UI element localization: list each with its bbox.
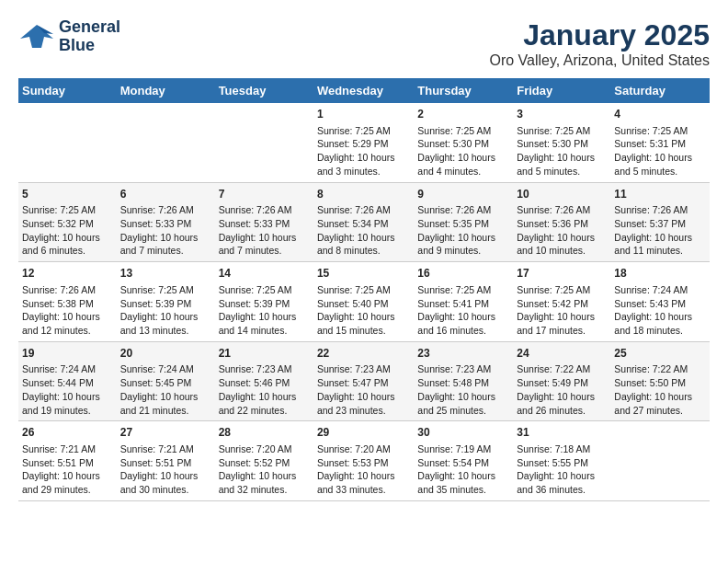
- day-number: 13: [120, 266, 211, 282]
- cell-text: and 32 minutes.: [219, 483, 310, 497]
- cell-text: Sunset: 5:50 PM: [614, 376, 706, 390]
- cell-text: Sunrise: 7:25 AM: [22, 203, 113, 217]
- cell-text: Sunrise: 7:26 AM: [517, 203, 607, 217]
- calendar-cell: 3Sunrise: 7:25 AMSunset: 5:30 PMDaylight…: [513, 103, 610, 182]
- cell-text: Sunrise: 7:24 AM: [22, 362, 113, 376]
- cell-text: Daylight: 10 hours: [219, 231, 310, 245]
- cell-text: Sunset: 5:54 PM: [417, 456, 509, 470]
- calendar-cell: 4Sunrise: 7:25 AMSunset: 5:31 PMDaylight…: [610, 103, 710, 182]
- day-number: 6: [120, 187, 211, 202]
- day-number: 5: [22, 187, 113, 202]
- calendar-cell: 16Sunrise: 7:25 AMSunset: 5:41 PMDayligh…: [414, 262, 513, 342]
- cell-text: Daylight: 10 hours: [120, 310, 211, 324]
- calendar-cell: 6Sunrise: 7:26 AMSunset: 5:33 PMDaylight…: [117, 182, 215, 262]
- day-number: 7: [219, 187, 310, 202]
- calendar-cell: 2Sunrise: 7:25 AMSunset: 5:30 PMDaylight…: [414, 103, 513, 182]
- calendar-cell: 31Sunrise: 7:18 AMSunset: 5:55 PMDayligh…: [513, 421, 610, 501]
- cell-text: Sunset: 5:44 PM: [22, 376, 113, 390]
- cell-text: Daylight: 10 hours: [317, 310, 410, 324]
- cell-text: Sunset: 5:40 PM: [317, 297, 410, 311]
- cell-text: Sunset: 5:36 PM: [517, 217, 607, 231]
- cell-text: and 15 minutes.: [317, 324, 410, 338]
- cell-text: and 26 minutes.: [517, 404, 607, 418]
- cell-text: Daylight: 10 hours: [517, 231, 607, 245]
- cell-text: Sunrise: 7:25 AM: [417, 124, 509, 138]
- cell-text: Sunrise: 7:25 AM: [317, 124, 410, 138]
- calendar-cell: 21Sunrise: 7:23 AMSunset: 5:46 PMDayligh…: [215, 341, 313, 421]
- calendar-cell: 27Sunrise: 7:21 AMSunset: 5:51 PMDayligh…: [117, 421, 215, 501]
- day-number: 8: [317, 187, 410, 202]
- cell-text: Sunrise: 7:22 AM: [517, 362, 607, 376]
- cell-text: Sunset: 5:32 PM: [22, 217, 113, 231]
- cell-text: Sunrise: 7:25 AM: [120, 283, 211, 297]
- calendar-cell: 15Sunrise: 7:25 AMSunset: 5:40 PMDayligh…: [313, 262, 414, 342]
- week-row-2: 5Sunrise: 7:25 AMSunset: 5:32 PMDaylight…: [18, 182, 710, 262]
- cell-text: and 12 minutes.: [22, 324, 113, 338]
- day-number: 22: [317, 346, 410, 362]
- cell-text: and 13 minutes.: [120, 324, 211, 338]
- cell-text: and 5 minutes.: [517, 165, 607, 178]
- weekday-header-row: SundayMondayTuesdayWednesdayThursdayFrid…: [18, 78, 710, 103]
- cell-text: Daylight: 10 hours: [417, 231, 509, 245]
- cell-text: and 18 minutes.: [614, 324, 706, 338]
- cell-text: Daylight: 10 hours: [417, 310, 509, 324]
- cell-text: Daylight: 10 hours: [22, 390, 113, 404]
- cell-text: Sunrise: 7:23 AM: [219, 362, 310, 376]
- cell-text: Sunrise: 7:25 AM: [219, 283, 310, 297]
- day-number: 11: [614, 187, 706, 202]
- cell-text: Daylight: 10 hours: [317, 231, 410, 245]
- day-number: 23: [417, 346, 509, 362]
- cell-text: Sunset: 5:46 PM: [219, 376, 310, 390]
- cell-text: and 11 minutes.: [614, 244, 706, 258]
- cell-text: Sunrise: 7:19 AM: [417, 442, 509, 456]
- cell-text: Daylight: 10 hours: [120, 231, 211, 245]
- cell-text: and 30 minutes.: [120, 483, 211, 497]
- cell-text: Sunset: 5:55 PM: [517, 456, 607, 470]
- calendar-cell: [215, 103, 313, 182]
- calendar-cell: 10Sunrise: 7:26 AMSunset: 5:36 PMDayligh…: [513, 182, 610, 262]
- calendar-cell: 30Sunrise: 7:19 AMSunset: 5:54 PMDayligh…: [414, 421, 513, 501]
- weekday-header-monday: Monday: [117, 78, 215, 103]
- calendar-header: SundayMondayTuesdayWednesdayThursdayFrid…: [18, 78, 710, 103]
- cell-text: Daylight: 10 hours: [317, 469, 410, 483]
- cell-text: and 5 minutes.: [614, 165, 706, 178]
- cell-text: Sunrise: 7:26 AM: [120, 203, 211, 217]
- day-number: 2: [417, 107, 509, 122]
- cell-text: and 29 minutes.: [22, 483, 113, 497]
- calendar-cell: 13Sunrise: 7:25 AMSunset: 5:39 PMDayligh…: [117, 262, 215, 342]
- cell-text: Sunrise: 7:23 AM: [417, 362, 509, 376]
- cell-text: Sunset: 5:39 PM: [219, 297, 310, 311]
- cell-text: Sunset: 5:31 PM: [614, 137, 706, 151]
- cell-text: Daylight: 10 hours: [614, 310, 706, 324]
- cell-text: Sunrise: 7:26 AM: [417, 203, 509, 217]
- cell-text: and 27 minutes.: [614, 404, 706, 418]
- cell-text: and 22 minutes.: [219, 404, 310, 418]
- calendar-cell: 29Sunrise: 7:20 AMSunset: 5:53 PMDayligh…: [313, 421, 414, 501]
- calendar-table: SundayMondayTuesdayWednesdayThursdayFrid…: [18, 78, 710, 501]
- cell-text: Sunset: 5:30 PM: [417, 137, 509, 151]
- cell-text: and 36 minutes.: [517, 483, 607, 497]
- cell-text: and 14 minutes.: [219, 324, 310, 338]
- cell-text: Daylight: 10 hours: [120, 469, 211, 483]
- cell-text: Sunrise: 7:23 AM: [317, 362, 410, 376]
- cell-text: Daylight: 10 hours: [219, 469, 310, 483]
- cell-text: Daylight: 10 hours: [219, 310, 310, 324]
- cell-text: Daylight: 10 hours: [517, 469, 607, 483]
- calendar-cell: [610, 421, 710, 501]
- calendar-cell: 23Sunrise: 7:23 AMSunset: 5:48 PMDayligh…: [414, 341, 513, 421]
- logo: General Blue: [18, 18, 120, 55]
- day-number: 20: [120, 346, 211, 362]
- cell-text: Sunset: 5:53 PM: [317, 456, 410, 470]
- cell-text: Sunset: 5:39 PM: [120, 297, 211, 311]
- cell-text: Daylight: 10 hours: [417, 151, 509, 165]
- calendar-cell: 24Sunrise: 7:22 AMSunset: 5:49 PMDayligh…: [513, 341, 610, 421]
- cell-text: Sunrise: 7:24 AM: [120, 362, 211, 376]
- cell-text: Sunrise: 7:25 AM: [517, 124, 607, 138]
- cell-text: Daylight: 10 hours: [22, 469, 113, 483]
- cell-text: and 7 minutes.: [120, 244, 211, 258]
- cell-text: Daylight: 10 hours: [417, 390, 509, 404]
- cell-text: Sunset: 5:34 PM: [317, 217, 410, 231]
- cell-text: Sunrise: 7:18 AM: [517, 442, 607, 456]
- day-number: 26: [22, 425, 113, 441]
- weekday-header-friday: Friday: [513, 78, 610, 103]
